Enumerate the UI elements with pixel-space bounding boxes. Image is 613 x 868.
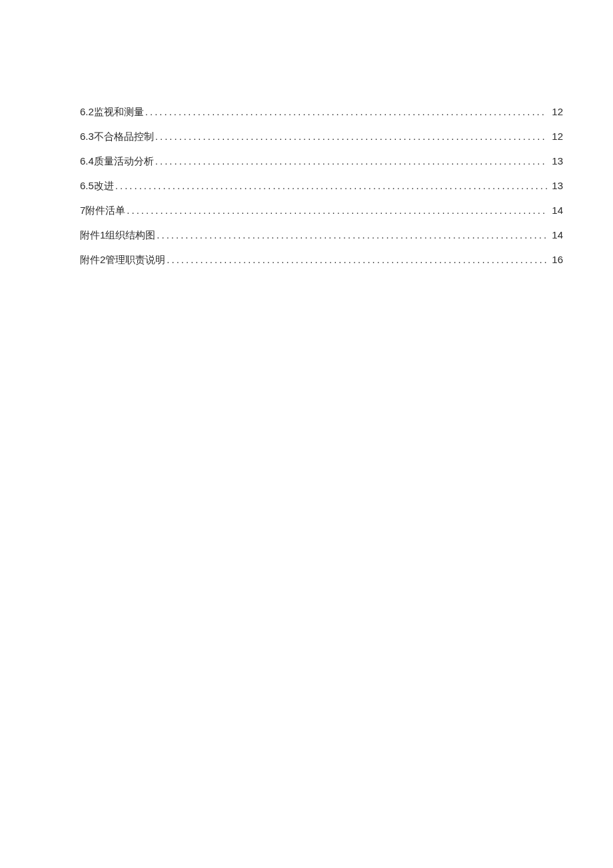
toc-label: 6.3不合格品控制 (80, 131, 154, 141)
toc-label: 6.4质量活动分析 (80, 156, 154, 166)
toc-page: 13 (551, 156, 563, 166)
toc-leader (155, 131, 547, 141)
toc-leader (115, 181, 547, 191)
toc-page: 13 (551, 181, 563, 191)
toc-entry: 6.4质量活动分析 13 (80, 156, 563, 166)
toc-leader (145, 107, 547, 117)
toc-leader (127, 205, 547, 215)
toc-entry: 附件2管理职责说明 16 (80, 254, 563, 264)
toc-entry: 6.3不合格品控制 12 (80, 131, 563, 141)
toc-page: 12 (551, 131, 563, 141)
toc-leader (157, 230, 547, 240)
toc-label: 6.5改进 (80, 181, 114, 191)
toc-entry: 附件1组织结构图 14 (80, 230, 563, 240)
toc-entry: 6.2监视和测量 12 (80, 107, 563, 117)
toc-group: 7附件活单 14 附件1组织结构图 14 附件2管理职责说明 16 (80, 205, 563, 264)
toc-entry: 6.5改进 13 (80, 181, 563, 191)
toc-entry: 7附件活单 14 (80, 205, 563, 215)
toc-label: 附件2管理职责说明 (80, 254, 165, 264)
toc-group: 6.2监视和测量 12 6.3不合格品控制 12 6.4质量活动分析 13 6.… (80, 107, 563, 191)
toc-container: 6.2监视和测量 12 6.3不合格品控制 12 6.4质量活动分析 13 6.… (80, 107, 563, 264)
toc-leader (155, 156, 547, 166)
toc-label: 附件1组织结构图 (80, 230, 155, 240)
toc-label: 6.2监视和测量 (80, 107, 144, 117)
toc-leader (167, 254, 547, 264)
toc-page: 16 (551, 254, 563, 264)
toc-page: 14 (551, 230, 563, 240)
toc-page: 12 (551, 107, 563, 117)
toc-label: 7附件活单 (80, 205, 125, 215)
toc-page: 14 (551, 205, 563, 215)
